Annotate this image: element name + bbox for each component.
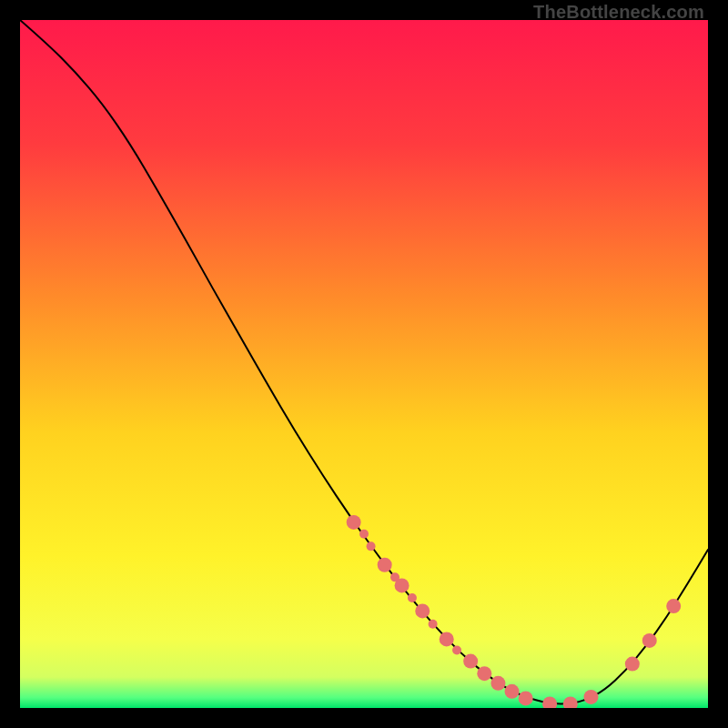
chart-plot-area [20, 20, 708, 708]
chart-canvas [20, 20, 708, 708]
